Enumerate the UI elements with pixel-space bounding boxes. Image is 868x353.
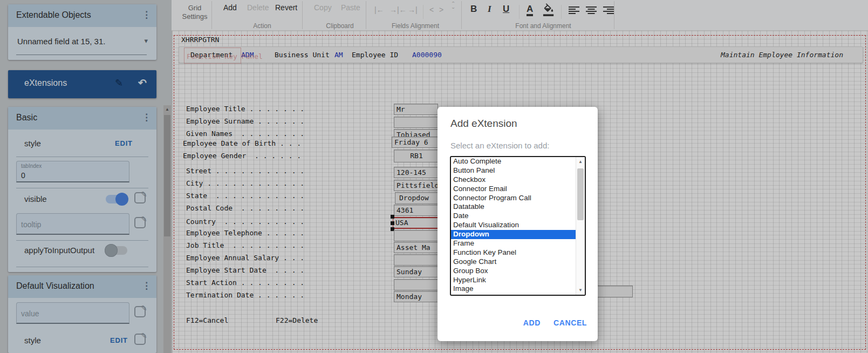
list-item[interactable]: Google Chart [451,257,585,267]
listbox-scrollbar[interactable]: ▲ ▼ [576,157,585,295]
list-item[interactable]: Frame [451,239,585,248]
list-item[interactable]: Default Visualization [451,221,585,230]
list-item-selected[interactable]: Dropdown [451,230,585,239]
scroll-up-icon[interactable]: ▲ [576,159,585,164]
list-item[interactable]: Auto Complete [451,157,585,166]
app-window: Grid Settings Add Delete Revert Action C… [0,0,868,353]
cancel-button[interactable]: CANCEL [553,318,587,327]
modal-backdrop [0,0,868,353]
dialog-title: Add eXtension [450,118,517,130]
scrollbar-thumb[interactable] [577,168,584,220]
extension-listbox[interactable]: Auto Complete Button Panel Checkbox Conn… [450,156,586,296]
add-extension-button[interactable]: ADD [523,318,541,327]
list-item[interactable]: Date [451,212,585,221]
list-item[interactable]: Group Box [451,267,585,276]
list-item[interactable]: Image [451,284,585,294]
list-item[interactable]: Function Key Panel [451,248,585,257]
list-item[interactable]: Connector Program Call [451,194,585,203]
list-item[interactable]: Datatable [451,202,585,212]
add-extension-dialog: Add eXtension Select an eXtension to add… [438,107,598,341]
list-item[interactable]: Connector Email [451,185,585,194]
list-item[interactable]: Checkbox [451,175,585,185]
dialog-prompt: Select an eXtension to add: [450,141,549,150]
list-item[interactable]: HyperLink [451,276,585,285]
list-item[interactable]: Button Panel [451,166,585,175]
scroll-down-icon[interactable]: ▼ [576,288,585,293]
